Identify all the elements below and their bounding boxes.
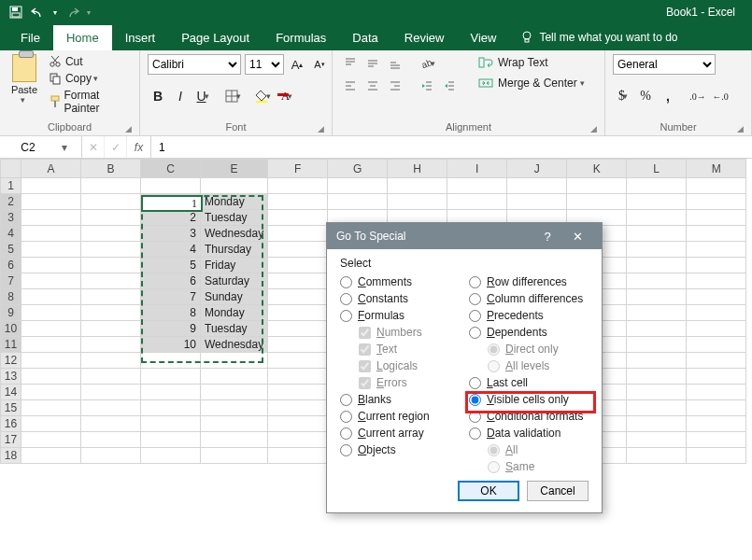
cell-F15[interactable] [268,400,328,416]
fill-color-button[interactable]: ▾ [252,86,273,106]
cell-I2[interactable] [447,194,507,210]
decrease-font-button[interactable]: A▾ [310,54,329,75]
increase-indent-button[interactable] [439,77,460,95]
cell-L11[interactable] [627,337,687,353]
decrease-indent-button[interactable] [417,77,437,95]
cell-C5[interactable]: 4 [141,242,201,258]
cell-A7[interactable] [21,273,81,289]
row-header-3[interactable]: 3 [1,210,21,226]
cell-B6[interactable] [81,258,141,273]
tab-review[interactable]: Review [391,25,458,50]
cell-B18[interactable] [81,448,141,464]
copy-button[interactable]: Copy▾ [47,71,132,86]
col-header-A[interactable]: A [21,160,81,178]
dialog-help-icon[interactable]: ? [532,230,562,244]
row-header-5[interactable]: 5 [1,242,21,258]
cell-M10[interactable] [687,321,746,337]
cell-E12[interactable] [201,353,268,369]
cell-M9[interactable] [687,305,746,321]
increase-font-button[interactable]: A▴ [288,54,306,75]
cell-L16[interactable] [627,416,687,432]
row-header-7[interactable]: 7 [1,273,21,289]
orientation-button[interactable]: ab▾ [417,54,437,73]
cell-C1[interactable] [141,178,201,194]
cell-L6[interactable] [627,258,687,273]
cell-E8[interactable]: Sunday [201,289,268,305]
radio-input[interactable] [469,427,481,440]
cell-E1[interactable] [201,178,268,194]
cell-G1[interactable] [328,178,388,194]
cell-L18[interactable] [627,448,687,464]
cell-L4[interactable] [627,226,687,242]
cell-M4[interactable] [687,226,746,242]
ok-button[interactable]: OK [458,481,519,501]
cell-L9[interactable] [627,305,687,321]
col-header-H[interactable]: H [388,160,447,178]
cell-B5[interactable] [81,242,141,258]
cell-L7[interactable] [627,273,687,289]
radio-column-differences[interactable]: Column differences [469,290,589,307]
cell-C3[interactable]: 2 [141,210,201,226]
name-box-dropdown-icon[interactable]: ▾ [56,141,73,154]
alignment-launcher-icon[interactable]: ◢ [590,124,597,133]
paste-button[interactable]: Paste ▾ [7,54,41,105]
cell-L3[interactable] [627,210,687,226]
tab-insert[interactable]: Insert [112,25,169,50]
col-header-I[interactable]: I [447,160,507,178]
cell-E9[interactable]: Monday [201,305,268,321]
cell-M17[interactable] [687,432,746,448]
cell-F12[interactable] [268,353,328,369]
radio-input[interactable] [340,394,352,406]
row-header-14[interactable]: 14 [1,385,21,400]
cell-F5[interactable] [268,242,328,258]
cell-M15[interactable] [687,400,746,416]
col-header-M[interactable]: M [687,160,746,178]
cell-A3[interactable] [21,210,81,226]
cell-B3[interactable] [81,210,141,226]
cell-F13[interactable] [268,369,328,385]
cell-L12[interactable] [627,353,687,369]
row-header-4[interactable]: 4 [1,226,21,242]
fx-enter-icon[interactable]: ✓ [105,136,127,158]
cell-F6[interactable] [268,258,328,273]
undo-icon[interactable] [28,2,49,22]
currency-button[interactable]: $▾ [613,86,633,106]
col-header-G[interactable]: G [328,160,388,178]
radio-last-cell[interactable]: Last cell [469,374,589,391]
cell-M13[interactable] [687,369,746,385]
radio-input[interactable] [469,377,481,389]
cell-B13[interactable] [81,369,141,385]
cell-B4[interactable] [81,226,141,242]
align-left-button[interactable] [340,77,361,95]
radio-input[interactable] [469,394,481,406]
radio-current-region[interactable]: Current region [340,408,460,425]
cell-M14[interactable] [687,385,746,400]
bold-button[interactable]: B [148,86,168,106]
cell-G2[interactable] [328,194,388,210]
radio-conditional-formats[interactable]: Conditional formats [469,408,589,425]
row-header-17[interactable]: 17 [1,432,21,448]
row-header-6[interactable]: 6 [1,258,21,273]
cell-C18[interactable] [141,448,201,464]
tab-data[interactable]: Data [339,25,390,50]
cell-M8[interactable] [687,289,746,305]
radio-input[interactable] [469,310,481,322]
cell-M18[interactable] [687,448,746,464]
radio-blanks[interactable]: Blanks [340,391,460,408]
cell-E2[interactable]: Monday [201,194,268,210]
radio-precedents[interactable]: Precedents [469,307,589,324]
cell-H2[interactable] [388,194,447,210]
align-top-button[interactable] [340,54,361,73]
cell-B14[interactable] [81,385,141,400]
col-header-E[interactable]: E [201,160,268,178]
cell-A6[interactable] [21,258,81,273]
fx-icon[interactable]: fx [127,136,151,158]
radio-objects[interactable]: Objects [340,441,460,458]
radio-input[interactable] [340,427,352,440]
row-header-8[interactable]: 8 [1,289,21,305]
cell-C11[interactable]: 10 [141,337,201,353]
name-box-input[interactable] [0,141,56,154]
cell-C6[interactable]: 5 [141,258,201,273]
cell-F11[interactable] [268,337,328,353]
cell-C8[interactable]: 7 [141,289,201,305]
